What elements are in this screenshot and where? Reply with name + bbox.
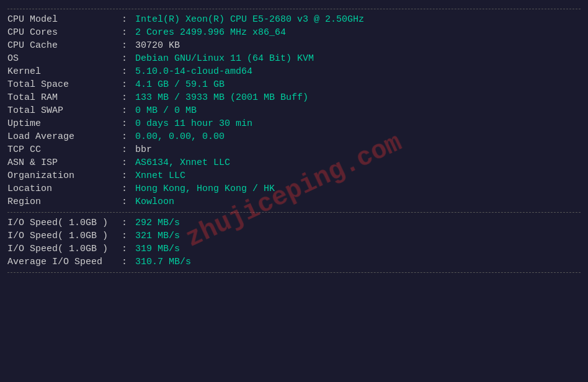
io-value: 292 MB/s bbox=[135, 216, 581, 229]
io-label: I/O Speed( 1.0GB ) bbox=[7, 229, 119, 242]
info-label: Total SWAP bbox=[7, 104, 119, 117]
info-sep: : bbox=[119, 65, 135, 78]
info-row: Uptime: 0 days 11 hour 30 min bbox=[7, 117, 581, 130]
info-sep: : bbox=[119, 104, 135, 117]
info-row: Region: Kowloon bbox=[7, 195, 581, 208]
info-value: 30720 KB bbox=[135, 39, 581, 52]
info-sep: : bbox=[119, 39, 135, 52]
io-sep: : bbox=[119, 255, 135, 269]
info-row: TCP CC: bbr bbox=[7, 143, 581, 156]
info-sep: : bbox=[119, 13, 135, 26]
info-value: 0 days 11 hour 30 min bbox=[135, 117, 581, 130]
info-sep: : bbox=[119, 52, 135, 65]
io-sep: : bbox=[119, 242, 135, 255]
io-label: I/O Speed( 1.0GB ) bbox=[7, 216, 119, 229]
info-sep: : bbox=[119, 26, 135, 39]
info-label: CPU Cores bbox=[7, 26, 119, 39]
info-sep: : bbox=[119, 182, 135, 195]
io-info-table: I/O Speed( 1.0GB ): 292 MB/sI/O Speed( 1… bbox=[7, 216, 581, 269]
info-value: Debian GNU/Linux 11 (64 Bit) KVM bbox=[135, 52, 581, 65]
info-row: CPU Cache: 30720 KB bbox=[7, 39, 581, 52]
info-sep: : bbox=[119, 169, 135, 182]
info-value: 0.00, 0.00, 0.00 bbox=[135, 130, 581, 143]
info-label: Kernel bbox=[7, 65, 119, 78]
info-label: Total RAM bbox=[7, 91, 119, 104]
info-label: Region bbox=[7, 195, 119, 208]
info-row: Load Average: 0.00, 0.00, 0.00 bbox=[7, 130, 581, 143]
info-value: 4.1 GB / 59.1 GB bbox=[135, 78, 581, 91]
info-row: OS: Debian GNU/Linux 11 (64 Bit) KVM bbox=[7, 52, 581, 65]
io-row: Average I/O Speed: 310.7 MB/s bbox=[7, 255, 581, 269]
info-label: Organization bbox=[7, 169, 119, 182]
info-value: Hong Kong, Hong Kong / HK bbox=[135, 182, 581, 195]
info-label: CPU Model bbox=[7, 13, 119, 26]
io-value: 321 MB/s bbox=[135, 229, 581, 242]
info-sep: : bbox=[119, 143, 135, 156]
info-row: CPU Model: Intel(R) Xeon(R) CPU E5-2680 … bbox=[7, 13, 581, 26]
info-row: Total RAM: 133 MB / 3933 MB (2001 MB Buf… bbox=[7, 91, 581, 104]
io-row: I/O Speed( 1.0GB ): 292 MB/s bbox=[7, 216, 581, 229]
info-value: bbr bbox=[135, 143, 581, 156]
info-value: 2 Cores 2499.996 MHz x86_64 bbox=[135, 26, 581, 39]
info-label: Uptime bbox=[7, 117, 119, 130]
info-sep: : bbox=[119, 91, 135, 104]
info-label: Location bbox=[7, 182, 119, 195]
info-value: Kowloon bbox=[135, 195, 581, 208]
info-row: Total SWAP: 0 MB / 0 MB bbox=[7, 104, 581, 117]
info-value: 133 MB / 3933 MB (2001 MB Buff) bbox=[135, 91, 581, 104]
info-sep: : bbox=[119, 156, 135, 169]
top-divider bbox=[7, 9, 581, 9]
info-sep: : bbox=[119, 78, 135, 91]
info-sep: : bbox=[119, 195, 135, 208]
info-label: OS bbox=[7, 52, 119, 65]
info-row: Kernel: 5.10.0-14-cloud-amd64 bbox=[7, 65, 581, 78]
info-sep: : bbox=[119, 130, 135, 143]
info-row: Location: Hong Kong, Hong Kong / HK bbox=[7, 182, 581, 195]
info-label: Load Average bbox=[7, 130, 119, 143]
info-value: Intel(R) Xeon(R) CPU E5-2680 v3 @ 2.50GH… bbox=[135, 13, 581, 26]
io-value: 319 MB/s bbox=[135, 242, 581, 255]
io-label: Average I/O Speed bbox=[7, 255, 119, 269]
info-value: AS6134, Xnnet LLC bbox=[135, 156, 581, 169]
system-info-table: CPU Model: Intel(R) Xeon(R) CPU E5-2680 … bbox=[7, 13, 581, 208]
io-row: I/O Speed( 1.0GB ): 319 MB/s bbox=[7, 242, 581, 255]
bottom-divider bbox=[7, 272, 581, 273]
info-row: CPU Cores: 2 Cores 2499.996 MHz x86_64 bbox=[7, 26, 581, 39]
io-value: 310.7 MB/s bbox=[135, 255, 581, 269]
io-label: I/O Speed( 1.0GB ) bbox=[7, 242, 119, 255]
info-label: TCP CC bbox=[7, 143, 119, 156]
io-sep: : bbox=[119, 229, 135, 242]
info-row: Total Space: 4.1 GB / 59.1 GB bbox=[7, 78, 581, 91]
io-sep: : bbox=[119, 216, 135, 229]
info-row: ASN & ISP: AS6134, Xnnet LLC bbox=[7, 156, 581, 169]
info-value: 5.10.0-14-cloud-amd64 bbox=[135, 65, 581, 78]
info-label: ASN & ISP bbox=[7, 156, 119, 169]
info-value: Xnnet LLC bbox=[135, 169, 581, 182]
info-sep: : bbox=[119, 117, 135, 130]
info-label: CPU Cache bbox=[7, 39, 119, 52]
io-row: I/O Speed( 1.0GB ): 321 MB/s bbox=[7, 229, 581, 242]
info-value: 0 MB / 0 MB bbox=[135, 104, 581, 117]
middle-divider bbox=[7, 212, 581, 213]
info-label: Total Space bbox=[7, 78, 119, 91]
info-row: Organization: Xnnet LLC bbox=[7, 169, 581, 182]
